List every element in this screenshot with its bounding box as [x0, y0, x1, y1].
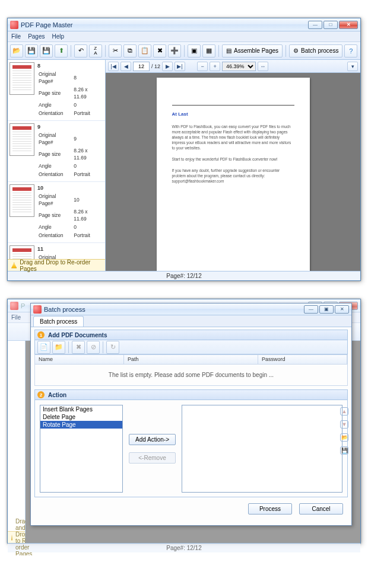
warning-icon: [11, 535, 12, 541]
remove-doc-button[interactable]: ✖: [72, 341, 85, 354]
delete-button[interactable]: ✖: [153, 44, 166, 57]
thumbnail-meta: 10Original Page#10Page size8.26 x 11.69A…: [37, 184, 103, 240]
warning-icon: [11, 263, 17, 269]
copy-button[interactable]: ⧉: [123, 44, 137, 57]
prev-page-button[interactable]: ◀: [120, 62, 131, 71]
menu-pages[interactable]: Pages: [28, 33, 45, 40]
sort-button[interactable]: ZA: [89, 44, 102, 57]
save-as-button[interactable]: 💾: [40, 44, 53, 57]
col-password[interactable]: Password: [258, 355, 347, 364]
cancel-button[interactable]: Cancel: [299, 503, 343, 514]
add-folder-button[interactable]: 📁: [52, 341, 65, 354]
move-down-button[interactable]: ▼: [340, 420, 348, 429]
help-button[interactable]: ?: [344, 44, 357, 57]
app-icon: [10, 21, 18, 29]
page-thumbnail[interactable]: 8Original Page#8Page size8.26 x 11.69Ang…: [8, 60, 105, 121]
docs-grid-header: Name Path Password: [34, 354, 348, 365]
action-item[interactable]: Delete Page: [40, 413, 122, 421]
dialog-minimize-button[interactable]: —: [304, 305, 318, 314]
preview-toolbar: |◀ ◀ / 12 ▶ ▶| − + 46.39% ↔ ▾: [106, 60, 360, 73]
status-text: Page#: 12/12: [166, 273, 202, 279]
add-action-button[interactable]: Add Action->: [129, 434, 176, 445]
thumbnail-meta: 11Original Page#11Page size8.26 x 11.69A…: [37, 245, 103, 259]
thumbnail-image: [9, 245, 34, 259]
batch-process-button[interactable]: ⚙ Batch process: [289, 44, 342, 57]
col-path[interactable]: Path: [124, 355, 258, 364]
dragdrop-hint: Drag and Drop to Re-order Pages: [8, 259, 105, 271]
paste-button[interactable]: 📋: [138, 44, 151, 57]
cut-button[interactable]: ✂: [109, 44, 122, 57]
dialog-close-button[interactable]: ✕: [335, 305, 349, 314]
zoom-in-button[interactable]: +: [210, 62, 220, 71]
export-button[interactable]: ⬆: [55, 44, 68, 57]
docs-grid-body: The list is empty. Please add some PDF d…: [34, 365, 348, 386]
crop-button[interactable]: ▣: [188, 44, 201, 57]
menu-help[interactable]: Help: [52, 33, 64, 40]
app-icon: [10, 302, 18, 310]
thumbnail-meta: 8Original Page#8Page size8.26 x 11.69Ang…: [37, 62, 103, 118]
preview-dropdown[interactable]: ▾: [347, 62, 358, 71]
insert-button[interactable]: ➕: [168, 44, 181, 57]
menubar: File Pages Help: [8, 31, 360, 42]
bg-dragdrop: Drag and Drop to Re-order Pages: [8, 531, 25, 543]
doc-para-2: Start to enjoy the wonderful PDF to Flas…: [172, 156, 294, 162]
thumbnail-image: [9, 184, 34, 217]
remove-action-button[interactable]: <-Remove: [129, 452, 176, 464]
thumbnail-meta: 9Original Page#9Page size8.26 x 11.69Ang…: [37, 123, 103, 179]
dialog-maximize-button[interactable]: ▣: [319, 305, 334, 314]
close-button[interactable]: ✕: [339, 21, 358, 29]
batch-label: Batch process: [301, 47, 338, 54]
current-page-input[interactable]: [133, 62, 150, 71]
tab-batch-process[interactable]: Batch process: [33, 316, 84, 327]
last-page-button[interactable]: ▶|: [175, 62, 185, 71]
save-button[interactable]: 💾: [25, 44, 38, 57]
preview-panel: |◀ ◀ / 12 ▶ ▶| − + 46.39% ↔ ▾: [106, 60, 360, 271]
dialog-tabs: Batch process: [31, 315, 351, 327]
page-preview: At Last With PDF to FlashBook, you can e…: [157, 78, 310, 271]
page-thumbnail[interactable]: 10Original Page#10Page size8.26 x 11.69A…: [8, 182, 105, 243]
refresh-button[interactable]: ↻: [106, 341, 119, 354]
batch-process-dialog: Batch process — ▣ ✕ Batch process 1 Add …: [30, 303, 352, 526]
page-thumbnail[interactable]: 11Original Page#11Page size8.26 x 11.69A…: [8, 243, 105, 259]
doc-para-3: If you have any doubt, further upgrade s…: [172, 168, 294, 184]
layout-button[interactable]: ▦: [202, 44, 215, 57]
move-up-button[interactable]: ▲: [340, 407, 348, 416]
thumbnail-list[interactable]: 8Original Page#8Page size8.26 x 11.69Ang…: [8, 60, 105, 259]
bg-status-bar: Page#: 12/12: [8, 543, 360, 552]
gear-icon: ⚙: [293, 47, 299, 54]
undo-button[interactable]: ↶: [74, 44, 87, 57]
zoom-out-button[interactable]: −: [197, 62, 208, 71]
add-file-button[interactable]: 📄: [37, 341, 50, 354]
assemble-icon: ▤: [226, 47, 231, 54]
save-action-button[interactable]: 💾: [340, 446, 348, 455]
section-action: 2 Action: [34, 389, 348, 400]
open-action-button[interactable]: 📂: [340, 433, 348, 442]
first-page-button[interactable]: |◀: [108, 62, 119, 71]
dialog-icon: [33, 305, 42, 314]
process-button[interactable]: Process: [248, 503, 292, 514]
open-button[interactable]: 📂: [10, 44, 23, 57]
clear-docs-button[interactable]: ⊘: [87, 341, 100, 354]
menu-file[interactable]: File: [11, 33, 21, 40]
selected-actions-list[interactable]: [182, 405, 342, 493]
col-name[interactable]: Name: [35, 355, 124, 364]
action-item[interactable]: Insert Blank Pages: [40, 405, 122, 413]
doc-para-1: With PDF to FlashBook, you can easy conv…: [172, 124, 294, 151]
zoom-select[interactable]: 46.39%: [222, 62, 256, 71]
minimize-button[interactable]: —: [308, 21, 322, 29]
bg-status-text: Page#: 12/12: [166, 545, 202, 551]
titlebar: PDF Page Master — □ ✕: [8, 18, 360, 31]
next-page-button[interactable]: ▶: [162, 62, 173, 71]
section-action-label: Action: [48, 392, 66, 398]
preview-stage[interactable]: At Last With PDF to FlashBook, you can e…: [106, 73, 360, 271]
assemble-pages-button[interactable]: ▤ Assemble Pages: [222, 44, 283, 57]
available-actions-list[interactable]: Insert Blank PagesDelete PageRotate Page: [40, 405, 123, 493]
maximize-button[interactable]: □: [323, 21, 338, 29]
action-item[interactable]: Rotate Page: [40, 421, 122, 429]
page-thumbnail[interactable]: 9Original Page#9Page size8.26 x 11.69Ang…: [8, 121, 105, 182]
dragdrop-label: Drag and Drop to Re-order Pages: [20, 259, 101, 272]
assemble-label: Assemble Pages: [234, 47, 278, 54]
section-add-label: Add PDF Documents: [48, 332, 107, 338]
fit-width-button[interactable]: ↔: [258, 62, 268, 71]
window-title: PDF Page Master: [21, 21, 308, 28]
